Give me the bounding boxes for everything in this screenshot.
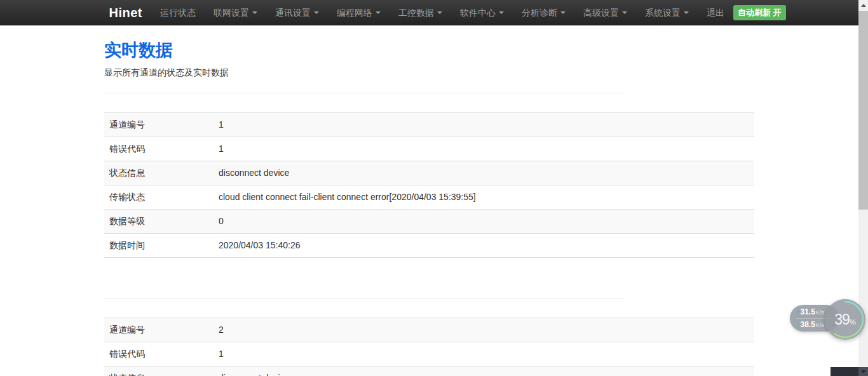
main-content: 实时数据 显示所有通道的状态及实时数据 通道编号1错误代码1状态信息discon…	[104, 39, 754, 376]
chevron-down-icon	[376, 11, 381, 14]
row-label: 通道编号	[104, 318, 214, 342]
row-value: 1	[214, 137, 754, 161]
download-speed-unit: K/s	[816, 319, 824, 332]
row-value: disconnect device	[214, 161, 754, 185]
row-label: 通道编号	[104, 113, 214, 137]
nav-item[interactable]: 工控数据	[390, 0, 451, 25]
row-value: 0	[214, 210, 754, 234]
triangle-up-icon	[861, 4, 866, 7]
table-row: 传输状态cloud client connect fail-client con…	[104, 185, 754, 210]
row-label: 错误代码	[104, 342, 214, 366]
top-navbar: Hinet 运行状态联网设置通讯设置编程网络工控数据软件中心分析诊断高级设置系统…	[0, 0, 868, 25]
scrollbar-up-button[interactable]	[858, 0, 868, 11]
row-label: 状态信息	[104, 161, 214, 185]
row-value: 2	[214, 318, 754, 342]
bottom-overlay-bar	[831, 367, 868, 376]
row-label: 数据等级	[104, 210, 214, 234]
chevron-down-icon	[314, 11, 319, 14]
nav-item-label: 分析诊断	[522, 0, 557, 25]
bottom-bar-expand-button[interactable]	[858, 367, 868, 376]
nav-item-label: 软件中心	[460, 0, 496, 25]
upload-arrow-icon: ↑	[796, 306, 800, 318]
nav-item[interactable]: 高级设置	[574, 0, 636, 25]
download-speed-value: 38.5	[801, 319, 815, 331]
nav-item[interactable]: 联网设置	[205, 0, 266, 25]
row-value: disconnect device	[214, 366, 754, 376]
chevron-down-icon	[622, 11, 627, 14]
scrollbar-thumb[interactable]	[858, 11, 868, 210]
nav-item[interactable]: 分析诊断	[513, 0, 574, 25]
nav-item-label: 通讯设置	[275, 0, 311, 25]
channel-block: 通道编号1错误代码1状态信息disconnect device传输状态cloud…	[104, 93, 754, 258]
page-body: 实时数据 显示所有通道的状态及实时数据 通道编号1错误代码1状态信息discon…	[0, 39, 858, 376]
navbar-container: Hinet 运行状态联网设置通讯设置编程网络工控数据软件中心分析诊断高级设置系统…	[109, 0, 759, 25]
channel-table: 通道编号1错误代码1状态信息disconnect device传输状态cloud…	[104, 112, 754, 258]
memory-percent-button[interactable]: 39 %	[825, 299, 865, 340]
page-subtitle: 显示所有通道的状态及实时数据	[104, 67, 754, 79]
progress-arc-icon	[825, 299, 865, 340]
chevron-down-icon	[499, 11, 504, 14]
nav-item-label: 联网设置	[214, 0, 249, 25]
chevron-down-icon	[252, 11, 257, 14]
row-value: 2020/04/03 15:40:26	[214, 234, 754, 258]
nav-item[interactable]: 退出	[698, 0, 733, 25]
row-value: cloud client connect fail-client connect…	[214, 185, 754, 210]
table-row: 错误代码1	[104, 342, 754, 366]
nav-item[interactable]: 运行状态	[151, 0, 205, 25]
table-row: 错误代码1	[104, 137, 754, 161]
table-row: 数据时间2020/04/03 15:40:26	[104, 234, 754, 258]
download-arrow-icon: ↓	[796, 319, 800, 331]
row-value: 1	[214, 342, 754, 366]
chevron-down-icon	[437, 11, 442, 14]
brand-logo[interactable]: Hinet	[109, 6, 143, 20]
table-row: 状态信息disconnect device	[104, 161, 754, 185]
nav-item-label: 系统设置	[645, 0, 681, 25]
table-row: 通道编号2	[104, 318, 754, 342]
nav-item-label: 工控数据	[398, 0, 434, 25]
row-value: 1	[214, 113, 754, 137]
chevron-down-icon	[560, 11, 566, 14]
channels: 通道编号1错误代码1状态信息disconnect device传输状态cloud…	[104, 93, 754, 376]
section-divider	[104, 298, 624, 299]
nav-item-label: 退出	[707, 0, 724, 25]
upload-speed-unit: K/s	[816, 307, 824, 319]
row-label: 传输状态	[104, 185, 214, 210]
section-divider	[104, 93, 624, 93]
upload-speed-value: 31.5	[801, 306, 815, 318]
auto-refresh-badge[interactable]: 自动刷新 开	[733, 5, 786, 20]
nav-item[interactable]: 系统设置	[636, 0, 698, 25]
table-row: 通道编号1	[104, 113, 754, 137]
channel-table: 通道编号2错误代码1状态信息disconnect device	[104, 318, 754, 376]
triangle-down-icon	[861, 370, 866, 373]
nav-item-label: 高级设置	[583, 0, 619, 25]
nav-item[interactable]: 通讯设置	[266, 0, 328, 25]
table-row: 状态信息disconnect device	[104, 366, 754, 376]
page-title: 实时数据	[104, 39, 754, 62]
chevron-down-icon	[684, 11, 689, 14]
channel-block: 通道编号2错误代码1状态信息disconnect device	[104, 298, 754, 376]
nav-menu: 运行状态联网设置通讯设置编程网络工控数据软件中心分析诊断高级设置系统设置退出	[151, 0, 733, 25]
nav-item[interactable]: 软件中心	[451, 0, 513, 25]
nav-item-label: 编程网络	[337, 0, 372, 25]
row-label: 数据时间	[104, 234, 214, 258]
row-label: 错误代码	[104, 137, 214, 161]
row-label: 状态信息	[104, 366, 214, 376]
nav-item[interactable]: 编程网络	[328, 0, 390, 25]
nav-item-label: 运行状态	[160, 0, 196, 25]
table-row: 数据等级0	[104, 210, 754, 234]
